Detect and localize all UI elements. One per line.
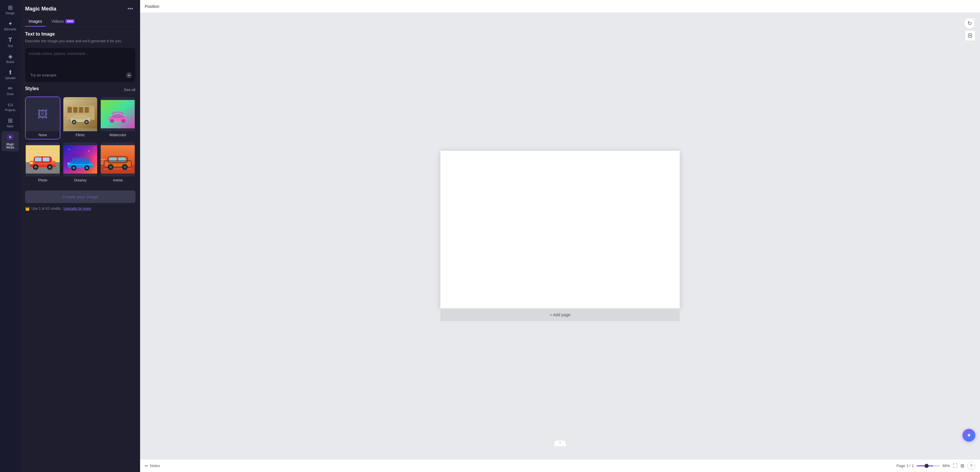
canvas-area: ↻ + Add page ^ ✦ — [140, 13, 980, 459]
apps-icon: ⊞ — [8, 118, 13, 123]
sidebar-label-elements: Elements — [4, 28, 16, 31]
try-example-row: Try an example + — [29, 72, 132, 78]
style-card-photo[interactable]: Photo — [25, 142, 60, 185]
svg-rect-26 — [35, 157, 41, 161]
panel-sidebar: Magic Media ••• Images Videos NEW Text t… — [21, 0, 140, 472]
sidebar-item-uploads[interactable]: ⬆ Uploads — [2, 67, 19, 82]
svg-point-59 — [109, 166, 112, 168]
tab-images[interactable]: Images — [25, 17, 46, 27]
sidebar-item-draw[interactable]: ✏ Draw — [2, 83, 19, 98]
notes-button[interactable]: ✏ Notes — [145, 464, 160, 468]
upgrade-link[interactable]: Upgrade for more — [63, 207, 91, 211]
style-label-dreamy: Dreamy — [63, 176, 97, 184]
bottom-bar: ✏ Notes Page 1 / 1 88% ⛶ ⊞ ? — [140, 459, 980, 472]
svg-rect-40 — [71, 158, 89, 164]
projects-icon: ▭ — [8, 102, 13, 107]
try-example-plus-icon[interactable]: + — [126, 72, 132, 78]
zoom-slider-row: 88% — [917, 464, 950, 468]
bottom-right: Page 1 / 1 88% ⛶ ⊞ ? — [897, 462, 975, 470]
sidebar-item-text[interactable]: T Text — [2, 35, 19, 50]
styles-title: Styles — [25, 86, 39, 91]
style-card-none[interactable]: 🖼 None — [25, 97, 60, 140]
panel-menu-button[interactable]: ••• — [125, 5, 135, 13]
svg-rect-5 — [73, 107, 78, 113]
svg-rect-27 — [43, 157, 49, 161]
zoom-percentage: 88% — [942, 464, 950, 468]
elements-icon: ✦ — [8, 21, 13, 27]
uploads-icon: ⬆ — [8, 70, 13, 75]
sidebar-label-projects: Projects — [5, 108, 16, 112]
photo-image — [26, 142, 60, 176]
style-card-watercolor[interactable]: Watercolor — [100, 97, 135, 140]
notes-label: Notes — [150, 464, 160, 468]
sidebar-label-draw: Draw — [7, 92, 13, 96]
style-card-filmic[interactable]: Filmic — [63, 97, 98, 140]
grid-button[interactable]: ⊞ — [961, 463, 964, 469]
style-card-anime[interactable]: Anime — [100, 142, 135, 185]
sidebar-item-projects[interactable]: ▭ Projects — [2, 99, 19, 114]
style-card-dreamy[interactable]: Dreamy — [63, 142, 98, 185]
tabs-row: Images Videos NEW — [21, 17, 140, 27]
sidebar-item-brand[interactable]: ◈ Brand — [2, 51, 19, 66]
svg-point-13 — [73, 121, 75, 123]
draw-icon: ✏ — [8, 86, 13, 91]
help-button[interactable]: ? — [967, 462, 975, 470]
see-all-button[interactable]: See all — [124, 87, 135, 92]
crown-icon: 👑 — [25, 207, 30, 211]
none-image-icon: 🖼 — [37, 108, 48, 121]
tab-videos-label: Videos — [51, 19, 64, 24]
zoom-slider[interactable] — [917, 465, 940, 466]
style-label-none: None — [26, 131, 60, 139]
try-example-button[interactable]: Try an example — [29, 72, 58, 78]
design-icon: ⊞ — [8, 5, 13, 11]
svg-point-38 — [94, 147, 95, 148]
panel-header: Magic Media ••• — [21, 0, 140, 17]
filmic-image — [63, 97, 97, 131]
svg-point-60 — [123, 166, 126, 168]
svg-point-20 — [110, 119, 114, 123]
sidebar-item-elements[interactable]: ✦ Elements — [2, 18, 19, 33]
svg-point-21 — [121, 119, 126, 123]
help-icon: ? — [970, 464, 972, 468]
svg-rect-7 — [84, 107, 89, 113]
text-icon: T — [8, 37, 12, 43]
magic-circle-button[interactable]: ✦ — [963, 429, 975, 442]
refresh-button[interactable]: ↻ — [964, 17, 975, 29]
add-page-bar[interactable]: + Add page — [441, 308, 680, 321]
dreamy-image — [63, 142, 97, 176]
svg-point-36 — [77, 148, 78, 148]
text-to-image-title: Text to Image — [25, 32, 135, 37]
svg-point-37 — [88, 151, 89, 151]
canvas-page — [441, 151, 680, 308]
generate-button[interactable]: Create your image — [25, 191, 135, 203]
text-to-image-desc: Describe the image you want and we'll ge… — [25, 38, 135, 44]
svg-rect-6 — [79, 107, 83, 113]
tab-videos[interactable]: Videos NEW — [48, 17, 78, 27]
sidebar-label-text: Text — [8, 44, 13, 48]
expand-arrow[interactable]: ^ — [554, 440, 566, 447]
svg-rect-50 — [103, 168, 132, 170]
style-label-anime: Anime — [101, 176, 135, 184]
canvas-container: + Add page — [441, 151, 680, 321]
sidebar-item-apps[interactable]: ⊞ Apps — [2, 115, 19, 130]
style-label-watercolor: Watercolor — [101, 131, 135, 139]
fullscreen-button[interactable]: ⛶ — [953, 463, 958, 469]
top-bar-title: Position — [145, 4, 159, 9]
sidebar-item-design[interactable]: ⊞ Design — [2, 2, 19, 17]
tab-images-label: Images — [29, 19, 42, 24]
panel-title: Magic Media — [25, 6, 56, 12]
sidebar-label-design: Design — [6, 12, 14, 15]
sidebar-item-magic-media[interactable]: Magic Media — [2, 131, 19, 151]
try-example-label: Try an example — [30, 73, 56, 77]
notes-icon: ✏ — [145, 464, 148, 468]
bottom-left: ✏ Notes — [145, 464, 160, 468]
svg-rect-32 — [30, 162, 33, 164]
prompt-input[interactable] — [29, 51, 132, 69]
page-info: Page 1 / 1 — [897, 464, 914, 468]
magic-media-icon — [7, 133, 14, 141]
tab-videos-badge: NEW — [65, 19, 75, 23]
watercolor-image — [101, 97, 135, 131]
brand-icon: ◈ — [8, 53, 13, 59]
prompt-box: Try an example + — [25, 48, 135, 82]
add-button[interactable] — [965, 30, 975, 41]
